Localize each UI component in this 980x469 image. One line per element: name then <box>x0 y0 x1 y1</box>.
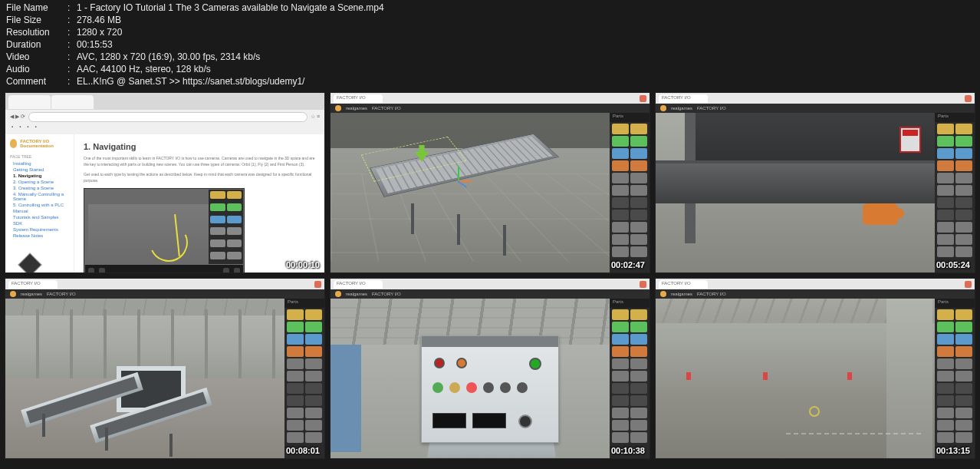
factoryio-logo-icon <box>660 291 666 297</box>
metadata-value-comment: EL..K!nG @ Sanet.ST >> https://sanet.st/… <box>77 75 304 88</box>
part-chip-icon <box>937 124 954 134</box>
nav-item-creating: 3. Creating a Scene <box>10 185 69 191</box>
part-chip-icon <box>612 234 629 245</box>
part-chip-icon <box>227 252 242 259</box>
metadata-value-filename: 1 - Factory IO Tutorial 1 The 3 Cameras … <box>77 2 384 14</box>
part-chip-icon <box>955 309 972 320</box>
part-chip-icon <box>287 408 304 418</box>
part-chip-icon <box>612 309 629 320</box>
factoryio-menubar: realgames FACTORY I/O <box>656 104 975 113</box>
part-chip-icon <box>937 222 954 233</box>
part-chip-icon <box>210 252 225 259</box>
part-chip-icon <box>287 432 304 443</box>
bookmark-item: ▪ <box>19 124 21 134</box>
metadata-label: Video <box>6 51 67 63</box>
part-chip-icon <box>955 420 972 431</box>
part-chip-icon <box>937 136 954 147</box>
nav-item-manual: Manual <box>10 208 69 214</box>
part-chip-icon <box>630 358 647 369</box>
thumbnail-1: ◀ ▶ ⟳ ☆ ≡ ▪ ▪ ▪ ▪ FACTORY I/O Documentat… <box>5 92 325 273</box>
metadata-label: Resolution <box>6 26 67 38</box>
part-chip-icon <box>630 185 647 196</box>
title-label: FACTORY I/O <box>697 106 726 111</box>
part-chip-icon <box>630 346 647 357</box>
reset-button-icon <box>456 358 467 368</box>
factoryio-window: FACTORY I/O realgames FACTORY I/O <box>5 279 324 458</box>
metadata-value-filesize: 278.46 MB <box>77 14 121 26</box>
part-chip-icon <box>937 210 954 220</box>
browser-urlbar-row: ◀ ▶ ⟳ ☆ ≡ <box>5 110 324 124</box>
metadata-row-filesize: File Size : 278.46 MB <box>6 14 974 26</box>
lamp-red-icon <box>466 382 477 393</box>
part-chip-icon <box>227 203 242 211</box>
factoryio-logo-icon <box>660 105 666 111</box>
part-chip-icon <box>955 395 972 406</box>
title-label: FACTORY I/O <box>372 292 401 296</box>
thumbnail-timestamp: 00:00:10 <box>286 260 320 269</box>
factoryio-window: FACTORY I/O realgames FACTORY I/O <box>331 279 649 458</box>
floor-guideline <box>786 433 921 434</box>
play-icon <box>88 268 94 273</box>
thumbnail-timestamp: 00:05:24 <box>936 260 970 269</box>
part-chip-icon <box>210 227 225 235</box>
metadata-label: Duration <box>6 38 67 51</box>
digital-display-icon <box>472 413 506 428</box>
part-chip-icon <box>937 371 954 381</box>
part-chip-icon <box>630 124 647 134</box>
nav-item-sysreq: System Requirements <box>10 226 69 233</box>
title-label: FACTORY I/O <box>697 292 726 296</box>
control-panel <box>421 335 559 443</box>
part-chip-icon <box>630 383 647 394</box>
part-chip-icon <box>227 227 242 235</box>
part-chip-icon <box>305 408 322 418</box>
wall-light-icon <box>763 372 768 380</box>
title-label: FACTORY I/O <box>47 292 76 296</box>
lamp-off-icon <box>483 382 494 393</box>
part-chip-icon <box>612 160 629 171</box>
wall-light-icon <box>847 372 852 380</box>
thumbnail-2: FACTORY I/O realgames FACTORY I/O <box>330 92 650 273</box>
window-titlebar: FACTORY I/O <box>331 93 649 104</box>
wall-light-icon <box>686 372 691 380</box>
browser-bookmarks: ▪ ▪ ▪ ▪ <box>5 124 324 134</box>
parts-panel: Parts <box>935 299 975 458</box>
close-icon <box>640 281 646 288</box>
part-chip-icon <box>287 383 304 394</box>
lamp-off-icon <box>500 382 511 393</box>
gizmo-y-axis <box>458 167 459 180</box>
metadata-label: File Name <box>6 2 67 14</box>
bookmark-item: ▪ <box>27 124 28 134</box>
metadata-row-resolution: Resolution : 1280 x 720 <box>6 26 974 38</box>
part-chip-icon <box>630 197 647 208</box>
part-chip-icon <box>612 173 629 183</box>
digital-display-icon <box>432 413 466 428</box>
part-chip-icon <box>937 334 954 345</box>
factoryio-logo-icon <box>335 291 341 297</box>
parts-panel: Parts <box>610 113 649 272</box>
thumbnail-grid: ◀ ▶ ⟳ ☆ ≡ ▪ ▪ ▪ ▪ FACTORY I/O Documentat… <box>0 89 980 462</box>
part-chip-icon <box>287 309 304 320</box>
part-chip-icon <box>210 216 225 223</box>
window-tab: FACTORY I/O <box>8 280 58 289</box>
brand-label: realgames <box>346 106 367 111</box>
title-label: FACTORY I/O <box>372 106 401 111</box>
part-chip-icon <box>630 371 647 381</box>
nav-item-manually: 4. Manually Controlling a Scene <box>10 191 69 202</box>
parts-panel-header: Parts <box>935 113 975 122</box>
thumbnail-timestamp: 00:02:47 <box>611 260 645 269</box>
brand-label: realgames <box>671 106 692 111</box>
video-controls <box>85 265 243 273</box>
warehouse-wall <box>694 113 975 167</box>
part-chip-icon <box>612 124 629 134</box>
part-chip-icon <box>227 191 242 199</box>
window-titlebar: FACTORY I/O <box>331 279 649 289</box>
part-chip-icon <box>937 346 954 357</box>
part-chip-icon <box>955 197 972 208</box>
conveyor-leg <box>169 434 173 457</box>
part-chip-icon <box>612 322 629 332</box>
part-chip-icon <box>630 210 647 220</box>
docs-paragraph: Get used to each type by testing the act… <box>84 172 315 183</box>
parts-panel-header: Parts <box>610 113 649 122</box>
close-icon <box>965 95 972 102</box>
window-tab: FACTORY I/O <box>334 94 383 103</box>
